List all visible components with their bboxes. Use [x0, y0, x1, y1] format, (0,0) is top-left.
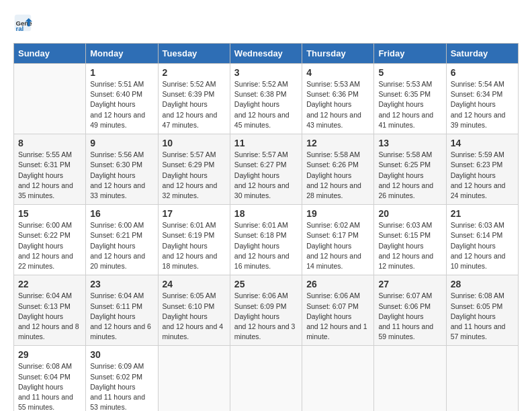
- daylight-duration: and 12 hours and 26 minutes.: [378, 181, 433, 199]
- daylight-duration: and 12 hours and 45 minutes.: [234, 111, 290, 129]
- calendar-cell-day-15: 15 Sunrise: 6:00 AM Sunset: 6:22 PM Dayl…: [14, 205, 86, 275]
- sunrise-label: Sunrise: 5:51 AM: [90, 80, 144, 88]
- daylight-duration: and 12 hours and 43 minutes.: [306, 111, 361, 129]
- calendar-cell-day-2: 2 Sunrise: 5:52 AM Sunset: 6:39 PM Dayli…: [158, 64, 230, 134]
- daylight-label: Daylight hours: [90, 312, 135, 320]
- daylight-duration: and 12 hours and 35 minutes.: [18, 181, 73, 199]
- day-info: Sunrise: 6:06 AM Sunset: 6:09 PM Dayligh…: [234, 291, 298, 342]
- sunrise-label: Sunrise: 6:06 AM: [234, 291, 288, 300]
- daylight-label: Daylight hours: [451, 100, 496, 108]
- calendar-cell-day-16: 16 Sunrise: 6:00 AM Sunset: 6:21 PM Dayl…: [86, 205, 158, 275]
- day-info: Sunrise: 5:52 AM Sunset: 6:39 PM Dayligh…: [163, 79, 226, 130]
- sunset-label: Sunset: 6:35 PM: [378, 90, 431, 98]
- day-number: 5: [378, 67, 441, 78]
- sunset-label: Sunset: 6:30 PM: [90, 161, 142, 169]
- day-info: Sunrise: 5:58 AM Sunset: 6:25 PM Dayligh…: [378, 150, 441, 201]
- day-info: Sunrise: 5:51 AM Sunset: 6:40 PM Dayligh…: [90, 79, 153, 130]
- day-number: 25: [234, 279, 298, 289]
- day-number: 13: [378, 138, 441, 148]
- sunrise-label: Sunrise: 6:07 AM: [378, 291, 432, 300]
- daylight-duration: and 12 hours and 24 minutes.: [451, 181, 506, 199]
- sunrise-label: Sunrise: 5:55 AM: [18, 150, 72, 158]
- daylight-label: Daylight hours: [18, 171, 63, 179]
- daylight-label: Daylight hours: [451, 242, 496, 250]
- daylight-duration: and 11 hours and 57 minutes.: [451, 322, 506, 340]
- daylight-duration: and 12 hours and 32 minutes.: [163, 181, 218, 199]
- calendar-cell-day-1: 1 Sunrise: 5:51 AM Sunset: 6:40 PM Dayli…: [86, 64, 158, 134]
- day-info: Sunrise: 6:08 AM Sunset: 6:05 PM Dayligh…: [451, 291, 514, 342]
- sunset-label: Sunset: 6:15 PM: [378, 231, 431, 239]
- calendar-cell-day-30: 30 Sunrise: 6:09 AM Sunset: 6:02 PM Dayl…: [86, 346, 158, 411]
- sunset-label: Sunset: 6:07 PM: [306, 302, 359, 310]
- day-info: Sunrise: 6:08 AM Sunset: 6:04 PM Dayligh…: [18, 361, 81, 411]
- day-info: Sunrise: 5:57 AM Sunset: 6:27 PM Dayligh…: [234, 150, 298, 201]
- calendar-cell-day-13: 13 Sunrise: 5:58 AM Sunset: 6:25 PM Dayl…: [374, 134, 446, 205]
- sunset-label: Sunset: 6:27 PM: [234, 161, 287, 169]
- daylight-duration: and 12 hours and 4 minutes.: [163, 322, 224, 340]
- calendar-cell-day-27: 27 Sunrise: 6:07 AM Sunset: 6:06 PM Dayl…: [374, 275, 446, 346]
- svg-text:ral: ral: [16, 25, 24, 32]
- daylight-label: Daylight hours: [234, 171, 279, 179]
- sunrise-label: Sunrise: 5:57 AM: [163, 150, 216, 158]
- sunrise-label: Sunrise: 5:57 AM: [234, 150, 288, 158]
- sunrise-label: Sunrise: 6:05 AM: [163, 291, 216, 300]
- calendar-week-2: 8 Sunrise: 5:55 AM Sunset: 6:31 PM Dayli…: [14, 134, 519, 205]
- sunrise-label: Sunrise: 6:02 AM: [306, 221, 360, 229]
- daylight-label: Daylight hours: [18, 242, 63, 250]
- day-number: 12: [306, 138, 369, 148]
- sunset-label: Sunset: 6:26 PM: [306, 161, 359, 169]
- sunset-label: Sunset: 6:10 PM: [163, 302, 215, 310]
- sunset-label: Sunset: 6:31 PM: [18, 161, 71, 169]
- sunrise-label: Sunrise: 5:59 AM: [451, 150, 504, 158]
- sunset-label: Sunset: 6:06 PM: [378, 302, 431, 310]
- daylight-duration: and 12 hours and 49 minutes.: [90, 111, 145, 129]
- day-info: Sunrise: 5:53 AM Sunset: 6:35 PM Dayligh…: [378, 79, 441, 130]
- day-number: 17: [163, 208, 226, 219]
- calendar-cell-empty: [158, 346, 230, 411]
- day-number: 3: [234, 67, 298, 78]
- day-info: Sunrise: 6:01 AM Sunset: 6:19 PM Dayligh…: [163, 220, 226, 271]
- day-number: 18: [234, 208, 298, 219]
- sunset-label: Sunset: 6:05 PM: [451, 302, 503, 310]
- day-number: 6: [451, 67, 514, 78]
- day-info: Sunrise: 6:07 AM Sunset: 6:06 PM Dayligh…: [378, 291, 441, 342]
- daylight-duration: and 12 hours and 22 minutes.: [18, 252, 73, 270]
- sunset-label: Sunset: 6:23 PM: [451, 161, 503, 169]
- sunrise-label: Sunrise: 6:01 AM: [163, 221, 216, 229]
- calendar-cell-empty: [14, 64, 86, 134]
- sunrise-label: Sunrise: 6:09 AM: [90, 362, 144, 370]
- calendar-week-4: 22 Sunrise: 6:04 AM Sunset: 6:13 PM Dayl…: [14, 275, 519, 346]
- calendar-cell-day-9: 9 Sunrise: 5:56 AM Sunset: 6:30 PM Dayli…: [86, 134, 158, 205]
- day-info: Sunrise: 5:58 AM Sunset: 6:26 PM Dayligh…: [306, 150, 369, 201]
- day-number: 15: [18, 208, 81, 219]
- daylight-duration: and 12 hours and 20 minutes.: [90, 252, 145, 270]
- sunrise-label: Sunrise: 6:01 AM: [234, 221, 288, 229]
- sunrise-label: Sunrise: 6:00 AM: [18, 221, 72, 229]
- calendar-header-monday: Monday: [86, 44, 158, 64]
- sunset-label: Sunset: 6:11 PM: [90, 302, 142, 310]
- day-number: 28: [451, 279, 514, 289]
- day-number: 19: [306, 208, 369, 219]
- daylight-duration: and 12 hours and 28 minutes.: [306, 181, 361, 199]
- calendar-cell-day-3: 3 Sunrise: 5:52 AM Sunset: 6:38 PM Dayli…: [230, 64, 302, 134]
- daylight-label: Daylight hours: [234, 242, 279, 250]
- calendar-table: SundayMondayTuesdayWednesdayThursdayFrid…: [13, 43, 519, 411]
- sunrise-label: Sunrise: 5:53 AM: [378, 80, 432, 88]
- calendar-cell-day-19: 19 Sunrise: 6:02 AM Sunset: 6:17 PM Dayl…: [302, 205, 374, 275]
- calendar-header-saturday: Saturday: [446, 44, 518, 64]
- sunset-label: Sunset: 6:14 PM: [451, 231, 503, 239]
- sunrise-label: Sunrise: 5:58 AM: [306, 150, 360, 158]
- daylight-label: Daylight hours: [90, 383, 135, 391]
- calendar-cell-day-23: 23 Sunrise: 6:04 AM Sunset: 6:11 PM Dayl…: [86, 275, 158, 346]
- calendar-cell-day-26: 26 Sunrise: 6:06 AM Sunset: 6:07 PM Dayl…: [302, 275, 374, 346]
- daylight-label: Daylight hours: [378, 100, 423, 108]
- sunset-label: Sunset: 6:19 PM: [163, 231, 215, 239]
- day-number: 20: [378, 208, 441, 219]
- day-info: Sunrise: 5:54 AM Sunset: 6:34 PM Dayligh…: [451, 79, 514, 130]
- daylight-label: Daylight hours: [306, 242, 351, 250]
- day-number: 26: [306, 279, 369, 289]
- calendar-header-tuesday: Tuesday: [158, 44, 230, 64]
- calendar-cell-day-29: 29 Sunrise: 6:08 AM Sunset: 6:04 PM Dayl…: [14, 346, 86, 411]
- sunrise-label: Sunrise: 5:58 AM: [378, 150, 432, 158]
- calendar-cell-day-25: 25 Sunrise: 6:06 AM Sunset: 6:09 PM Dayl…: [230, 275, 302, 346]
